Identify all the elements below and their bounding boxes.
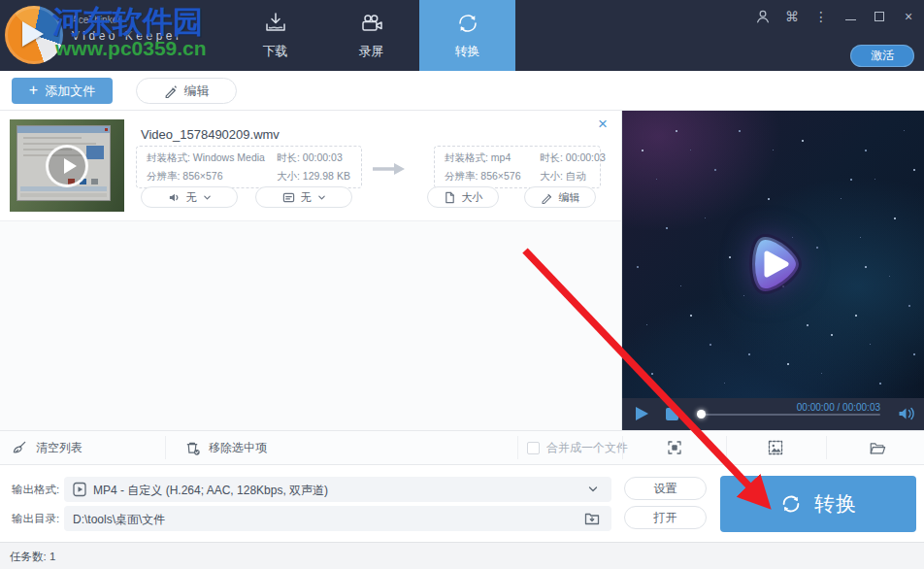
apps-menu-icon[interactable]: ⌘ xyxy=(784,9,800,24)
tab-convert-label: 转换 xyxy=(455,43,480,60)
more-options-icon[interactable]: ⋮ xyxy=(813,9,829,24)
expand-icon xyxy=(666,439,683,456)
checkbox-unchecked xyxy=(527,442,540,454)
source-duration: 时长: 00:00:03 xyxy=(277,150,351,166)
convert-sync-icon xyxy=(455,11,480,36)
camera-icon xyxy=(359,11,384,36)
add-files-button[interactable]: + 添加文件 xyxy=(12,78,113,104)
trash-check-icon xyxy=(184,440,201,456)
convert-direction-arrow-icon xyxy=(370,161,407,177)
seek-bar[interactable] xyxy=(701,414,880,416)
snapshot-button[interactable] xyxy=(766,431,785,464)
file-name: Video_1578490209.wmv xyxy=(141,127,280,142)
item-edit-label: 编辑 xyxy=(559,190,580,205)
convert-button[interactable]: 转换 xyxy=(720,476,916,532)
target-duration: 时长: 00:00:03 xyxy=(540,150,606,166)
watermark-site-url: www.pc0359.cn xyxy=(55,37,207,60)
subtitle-select[interactable]: 无 xyxy=(255,186,352,208)
item-edit-button[interactable]: 编辑 xyxy=(524,186,596,208)
video-file-icon xyxy=(72,482,87,497)
tab-record[interactable]: 录屏 xyxy=(323,0,419,71)
output-directory-label: 输出目录: xyxy=(12,512,59,526)
target-info-box: 封装格式: mp4 时长: 00:00:03 分辨率: 856×576 大小: … xyxy=(434,146,601,188)
size-button-label: 大小 xyxy=(462,190,483,205)
task-count: 任务数: 1 xyxy=(10,550,55,564)
source-size: 大小: 129.98 KB xyxy=(277,168,351,184)
convert-sync-icon xyxy=(779,492,803,516)
edit-label: 编辑 xyxy=(184,83,210,100)
app-window: AceThinker Video Keeper 河东软件园 www.pc0359… xyxy=(0,0,924,569)
close-button[interactable]: × xyxy=(901,9,916,24)
activate-button[interactable]: 激活 xyxy=(850,45,914,67)
fullscreen-preview-button[interactable] xyxy=(665,431,684,464)
open-folder-button[interactable] xyxy=(868,431,887,464)
divider xyxy=(726,436,727,459)
maximize-button[interactable] xyxy=(872,9,887,24)
subtitle-select-value: 无 xyxy=(301,190,312,205)
output-directory-value: D:\tools\桌面\文件 xyxy=(73,512,165,528)
clear-list-button[interactable]: 清空列表 xyxy=(12,431,82,464)
tab-convert[interactable]: 转换 xyxy=(419,0,515,71)
player-controls-bar: 00:00:00 / 00:00:03 xyxy=(622,398,924,430)
player-play-button[interactable] xyxy=(636,407,648,420)
list-actions-bar: 清空列表 移除选中项 合并成一个文件 xyxy=(0,430,924,465)
remove-selected-button[interactable]: 移除选中项 xyxy=(184,431,267,464)
target-size: 大小: 自动 xyxy=(540,168,606,184)
open-folder-icon xyxy=(869,439,886,456)
edit-button[interactable]: 编辑 xyxy=(136,78,237,104)
folder-picker-icon[interactable] xyxy=(584,511,600,526)
preview-play-button[interactable] xyxy=(737,227,810,301)
source-format: 封装格式: Windows Media xyxy=(147,150,277,166)
volume-icon[interactable] xyxy=(898,406,916,421)
output-settings-area: 输出格式: MP4 - 自定义 (H.264; AAC, 128Kbps, 双声… xyxy=(0,465,924,542)
item-controls: 无 无 大小 xyxy=(0,186,622,210)
snapshot-image-icon xyxy=(767,439,784,456)
chevron-down-icon xyxy=(203,193,212,202)
pen-icon xyxy=(164,84,178,98)
convert-button-label: 转换 xyxy=(814,490,857,518)
file-list-panel: Video_1578490209.wmv × 封装格式: Windows Med… xyxy=(0,111,622,430)
speaker-icon xyxy=(168,191,181,204)
window-controls: ⌘ ⋮ × xyxy=(755,9,916,24)
remove-item-icon[interactable]: × xyxy=(598,116,608,132)
divider xyxy=(517,436,518,459)
status-bar: 任务数: 1 xyxy=(0,542,924,569)
thumbnail-play-icon xyxy=(46,145,88,187)
target-format: 封装格式: mp4 xyxy=(445,150,540,166)
divider xyxy=(165,436,166,459)
pen-icon xyxy=(541,191,553,204)
open-directory-button[interactable]: 打开 xyxy=(624,506,707,529)
time-display: 00:00:00 / 00:00:03 xyxy=(797,402,880,413)
tab-download[interactable]: 下载 xyxy=(227,0,323,71)
merge-files-label: 合并成一个文件 xyxy=(546,440,628,456)
minimize-button[interactable] xyxy=(842,9,858,24)
source-info-box: 封装格式: Windows Media 时长: 00:00:03 分辨率: 85… xyxy=(136,146,362,188)
video-preview-panel: 00:00:00 / 00:00:03 xyxy=(622,111,924,430)
source-resolution: 分辨率: 856×576 xyxy=(147,168,277,184)
tab-download-label: 下载 xyxy=(263,43,288,60)
output-format-label: 输出格式: xyxy=(12,483,59,497)
title-bar: AceThinker Video Keeper 河东软件园 www.pc0359… xyxy=(0,0,924,71)
target-resolution: 分辨率: 856×576 xyxy=(445,168,540,184)
audio-track-select[interactable]: 无 xyxy=(141,186,238,208)
player-stop-button[interactable] xyxy=(666,408,678,420)
size-button[interactable]: 大小 xyxy=(427,186,499,208)
subtitle-icon xyxy=(282,191,295,204)
toolbar: + 添加文件 编辑 xyxy=(0,71,924,111)
output-format-select[interactable]: MP4 - 自定义 (H.264; AAC, 128Kbps, 双声道) xyxy=(64,477,611,502)
plus-icon: + xyxy=(29,83,38,98)
clear-list-label: 清空列表 xyxy=(36,440,82,456)
merge-files-checkbox[interactable]: 合并成一个文件 xyxy=(527,431,628,464)
output-directory-input[interactable]: D:\tools\桌面\文件 xyxy=(64,506,611,531)
chevron-down-icon xyxy=(588,485,598,494)
document-icon xyxy=(444,191,456,204)
starfield-decoration xyxy=(622,111,623,112)
remove-selected-label: 移除选中项 xyxy=(209,440,267,456)
tab-record-label: 录屏 xyxy=(359,43,384,60)
main-tabs: 下载 录屏 转换 xyxy=(227,0,515,71)
output-format-value: MP4 - 自定义 (H.264; AAC, 128Kbps, 双声道) xyxy=(93,483,328,499)
seek-handle[interactable] xyxy=(697,410,706,418)
settings-button[interactable]: 设置 xyxy=(624,477,707,500)
download-icon xyxy=(263,11,288,36)
account-icon[interactable] xyxy=(755,9,771,24)
